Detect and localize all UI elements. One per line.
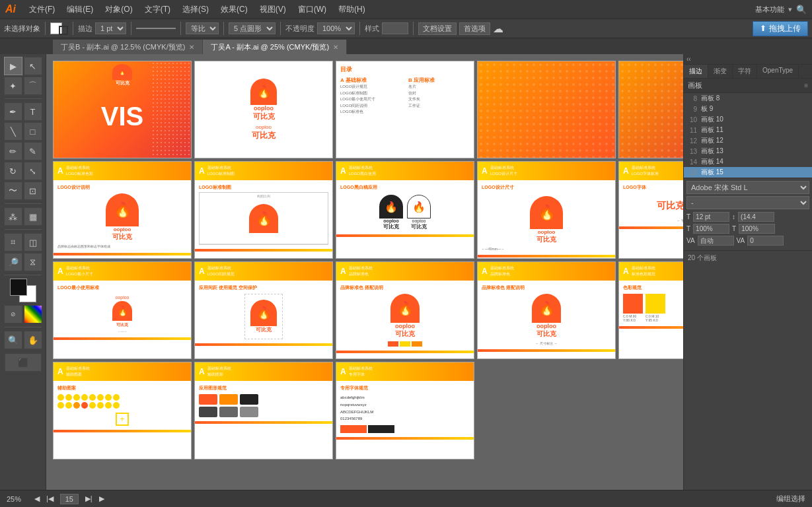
tracking-input[interactable]	[698, 236, 734, 246]
artboard-16[interactable]: A 基础标准系统辅助图案 辅助图案	[53, 362, 192, 459]
menu-effect[interactable]: 效果(C)	[215, 3, 253, 17]
artboard-10[interactable]: A 基础标准系统LOGO字体标准 LOGO字体 可比克 可比克 ←	[618, 161, 683, 259]
upload-button[interactable]: ⬆ 拖拽上传	[753, 21, 808, 36]
artboard-5[interactable]: A 基础系统 可比克薯片折叠袋视觉识别手册	[618, 61, 683, 158]
menu-window[interactable]: 窗口(W)	[293, 3, 332, 17]
eyedropper-tool[interactable]: 🔎	[4, 253, 22, 271]
nav-first-icon[interactable]: |◀	[46, 494, 54, 503]
menu-text[interactable]: 文字(T)	[139, 3, 176, 17]
line-tool[interactable]: ╲	[4, 122, 22, 141]
tab-1[interactable]: 丁吴B - 副本.ai @ 12.5% (CMYK/预览) ✕	[53, 40, 203, 54]
search-icon[interactable]: 🔍	[796, 5, 807, 15]
artboard-14[interactable]: A 基础标准系统品牌标准色 品牌标准色 搭配说明 🔥 ooploo 可比克	[477, 261, 616, 359]
doc-settings-button[interactable]: 文档设置	[418, 22, 457, 35]
color-swatches	[10, 279, 36, 302]
lasso-tool[interactable]: ⌒	[24, 77, 42, 95]
artboard-6[interactable]: A 基础标准系统LOGO标准色彩 LOGO设计说明 🔥 ooploo 可比克	[53, 161, 192, 259]
measure-tool[interactable]: ⧖	[24, 253, 42, 271]
artboard-12[interactable]: A 基础标准系统LOGO间距规范 应用间距 使用规范 空间保护 🔥 可比克	[194, 261, 333, 359]
artboard-2[interactable]: 🔥 ooploo 可比克 ooploo 可比克	[194, 61, 333, 158]
menu-edit[interactable]: 编辑(E)	[61, 3, 98, 17]
font-family-select[interactable]: Adobe 宋体 Std L	[686, 181, 809, 194]
menu-object[interactable]: 对象(O)	[100, 3, 137, 17]
hand-tool[interactable]: ✋	[24, 331, 42, 349]
select-tool[interactable]: ▶	[4, 57, 22, 75]
canvas-area[interactable]: 🔥 可比克 VIS 🔥 ooploo	[46, 54, 683, 490]
artboard-7[interactable]: A 基础标准系统LOGO标准制图 LOGO标准制图 🔥 构图比例	[194, 161, 333, 259]
free-transform-tool[interactable]: ⊡	[24, 182, 42, 200]
tab-2-close[interactable]: ✕	[333, 44, 338, 51]
magic-wand-tool[interactable]: ✦	[4, 77, 22, 95]
nav-next-icon[interactable]: ▶	[99, 494, 104, 503]
artboard-4[interactable]	[477, 61, 616, 158]
artboard-17[interactable]: A 基础标准系统辅助图形 应用图形规范	[194, 362, 333, 459]
mesh-tool[interactable]: ⌗	[4, 233, 22, 252]
font-variant-select[interactable]: -	[686, 196, 809, 209]
artboard-list-item-10[interactable]: 10 画板 10	[684, 114, 812, 125]
warp-tool[interactable]: 〜	[4, 182, 22, 200]
rotate-tool[interactable]: ↻	[4, 162, 22, 180]
artboard-list-item-13[interactable]: 13 画板 13	[684, 146, 812, 156]
artboard-15[interactable]: A 基础标准系统标准色彩规范 色彩规范 C:0 M:90Y:86 K:0 C:0…	[618, 261, 683, 359]
zoom-level[interactable]: 25%	[7, 495, 28, 503]
artboard-8[interactable]: A 基础标准系统LOGO黑白使用 LOGO黑白稿应用 🔥 ooploo 可比克	[336, 161, 474, 259]
gradient-tool[interactable]: ◫	[24, 233, 42, 252]
menu-bar: Ai 文件(F) 编辑(E) 对象(O) 文字(T) 选择(S) 效果(C) 视…	[0, 0, 812, 18]
artboard-1[interactable]: 🔥 可比克 VIS	[53, 61, 192, 158]
font-size-input[interactable]	[693, 212, 729, 222]
menu-file[interactable]: 文件(F)	[24, 3, 60, 17]
rect-tool[interactable]: □	[24, 122, 42, 141]
artboard-list-item-11[interactable]: 11 画板 11	[684, 125, 812, 135]
text-tool[interactable]: T	[24, 102, 42, 121]
direct-select-tool[interactable]: ↖	[24, 57, 42, 75]
artboard-11[interactable]: A 基础标准系统LOGO最小尺寸 LOGO最小使用标准 ooploo 🔥 可比克…	[53, 261, 192, 359]
color-mode[interactable]	[24, 305, 42, 323]
artboard-9[interactable]: A 基础标准系统LOGO设计尺寸 LOGO设计尺寸 🔥 ooploo 可比克	[477, 161, 616, 259]
panel-tab-character[interactable]: 字符	[733, 65, 757, 78]
brush-tool[interactable]: ✏	[4, 142, 22, 160]
artboard-tool[interactable]: ⬛	[5, 353, 42, 372]
preferences-button[interactable]: 首选项	[459, 22, 490, 35]
proportion-select[interactable]: 等比	[186, 22, 219, 34]
zoom-tool[interactable]: 🔍	[4, 331, 22, 349]
pencil-tool[interactable]: ✎	[24, 142, 42, 160]
style-label: 样式	[365, 24, 379, 34]
scale-v-input[interactable]	[739, 224, 775, 234]
artboard-list-item-15[interactable]: 15 画板 15	[684, 167, 812, 178]
column-graph-tool[interactable]: ▦	[24, 207, 42, 226]
none-fill[interactable]: ⊘	[4, 305, 22, 323]
kerning-input[interactable]	[747, 236, 784, 246]
cloud-icon[interactable]: ☁	[493, 22, 503, 35]
nav-prev-icon[interactable]: ◀	[34, 494, 40, 503]
panel-tab-stroke[interactable]: 描边	[684, 65, 708, 78]
artboard-18[interactable]: A 基础标准系统专用字体 专用字体规范 abcdefghijklm nopqrs…	[336, 362, 474, 459]
artboard-list-item-14[interactable]: 14 画板 14	[684, 156, 812, 167]
leading-input[interactable]	[738, 212, 774, 222]
stroke-select[interactable]: 1 pt	[95, 22, 126, 34]
artboard-list-item-8[interactable]: 8 画板 8	[684, 93, 812, 104]
panel-options-icon[interactable]: ≡	[804, 82, 808, 89]
brush-select[interactable]: 5 点圆形	[229, 22, 276, 34]
stroke-swatch[interactable]	[59, 26, 68, 35]
panel-tab-gradient[interactable]: 渐变	[708, 65, 733, 78]
artboard-list-item-9[interactable]: 9 板 9	[684, 104, 812, 114]
artboard-13[interactable]: A 基础标准系统品牌标准色 品牌标准色 搭配说明 🔥 ooploo 可比克	[336, 261, 474, 359]
pen-tool[interactable]: ✒	[4, 102, 22, 121]
menu-select[interactable]: 选择(S)	[177, 3, 214, 17]
menu-help[interactable]: 帮助(H)	[333, 3, 371, 17]
foreground-color[interactable]	[10, 279, 27, 296]
tab-2[interactable]: 丁吴A - 副本.ai @ 25% (CMYK/预览) ✕	[203, 40, 347, 54]
artboard-3[interactable]: 目录 A 基础标准 LOGO设计规范 LOGO标准制图 LOGO最小使用尺寸 L…	[336, 61, 474, 158]
nav-last-icon[interactable]: ▶|	[85, 494, 92, 503]
tab-1-close[interactable]: ✕	[189, 44, 194, 51]
current-page-input[interactable]	[60, 494, 79, 504]
workspace-dropdown-icon[interactable]: ▾	[788, 5, 792, 14]
scale-tool[interactable]: ⤡	[24, 162, 42, 180]
symbol-tool[interactable]: ⁂	[4, 207, 22, 226]
workspace-label[interactable]: 基本功能	[755, 5, 784, 15]
panel-tab-opentype[interactable]: OpenType	[757, 65, 799, 78]
scale-h-input[interactable]	[693, 224, 729, 234]
menu-view[interactable]: 视图(V)	[254, 3, 291, 17]
artboard-list-item-12[interactable]: 12 画板 12	[684, 135, 812, 146]
opacity-select[interactable]: 100%	[317, 22, 355, 34]
